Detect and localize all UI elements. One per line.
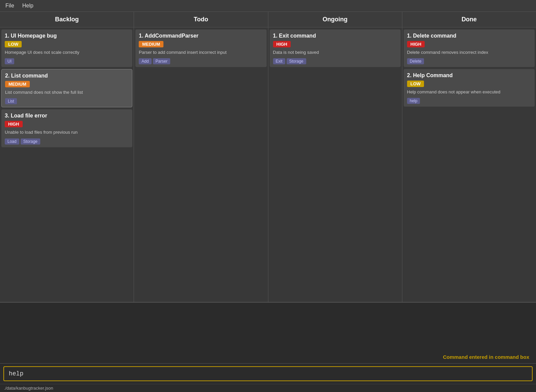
tag-list-backlog-3: LoadStorage: [5, 138, 129, 145]
priority-badge-backlog-2: MEDIUM: [5, 81, 30, 87]
column-backlog: Backlog1. UI Homepage bugLOWHomepage UI …: [0, 12, 134, 302]
tag: Storage: [287, 58, 306, 64]
tag-list-done-1: Delete: [407, 58, 531, 64]
priority-badge-ongoing-1: HIGH: [273, 41, 291, 47]
card-backlog-1[interactable]: 1. UI Homepage bugLOWHomepage UI does no…: [1, 29, 132, 67]
tag-list-backlog-1: UI: [5, 58, 129, 64]
tag: List: [5, 98, 17, 104]
output-area: Command entered in command box: [0, 303, 536, 363]
column-header-ongoing: Ongoing: [268, 12, 402, 27]
tag: UI: [5, 58, 14, 64]
column-header-backlog: Backlog: [0, 12, 134, 27]
column-ongoing: Ongoing1. Exit commandHIGHData is not be…: [268, 12, 402, 302]
command-input[interactable]: [3, 366, 533, 381]
menu-file[interactable]: File: [5, 3, 14, 9]
card-description-done-2: Help command does not appear when execut…: [407, 89, 531, 95]
priority-badge-done-2: LOW: [407, 81, 424, 87]
card-description-todo-1: Parser to add command insert incorrect i…: [139, 49, 263, 56]
priority-badge-done-1: HIGH: [407, 41, 425, 47]
board-area: Backlog1. UI Homepage bugLOWHomepage UI …: [0, 12, 536, 303]
card-ongoing-1[interactable]: 1. Exit commandHIGHData is not being sav…: [270, 29, 401, 67]
tag: Parser: [153, 58, 170, 64]
card-title-done-1: 1. Delete command: [407, 33, 531, 39]
command-hint: Command entered in command box: [443, 354, 529, 360]
tag: Delete: [407, 58, 424, 64]
card-title-backlog-2: 2. List command: [5, 73, 129, 79]
column-header-todo: Todo: [134, 12, 268, 27]
card-description-backlog-2: List command does not show the full list: [5, 89, 129, 95]
card-description-done-1: Delete command removes incorrect index: [407, 49, 531, 56]
tag: Load: [5, 138, 19, 145]
column-todo: Todo1. AddCommandParserMEDIUMParser to a…: [134, 12, 268, 302]
priority-badge-backlog-1: LOW: [5, 41, 22, 47]
card-backlog-2[interactable]: 2. List commandMEDIUMList command does n…: [1, 69, 132, 107]
column-body-ongoing[interactable]: 1. Exit commandHIGHData is not being sav…: [268, 27, 402, 302]
card-title-backlog-3: 3. Load file error: [5, 113, 129, 119]
status-bar: ./data/kanbugtracker.json: [0, 384, 536, 392]
menu-help[interactable]: Help: [22, 3, 34, 9]
card-todo-1[interactable]: 1. AddCommandParserMEDIUMParser to add c…: [135, 29, 266, 67]
tag: help: [407, 98, 420, 104]
column-body-done[interactable]: 1. Delete commandHIGHDelete command remo…: [402, 27, 536, 302]
tag-list-done-2: help: [407, 98, 531, 104]
card-done-1[interactable]: 1. Delete commandHIGHDelete command remo…: [404, 29, 535, 67]
tag: Add: [139, 58, 151, 64]
menu-bar: File Help: [0, 0, 536, 12]
card-title-todo-1: 1. AddCommandParser: [139, 33, 263, 39]
card-title-done-2: 2. Help Command: [407, 72, 531, 79]
column-header-done: Done: [402, 12, 536, 27]
tag-list-ongoing-1: ExitStorage: [273, 58, 397, 64]
column-body-todo[interactable]: 1. AddCommandParserMEDIUMParser to add c…: [134, 27, 268, 302]
card-title-ongoing-1: 1. Exit command: [273, 33, 397, 39]
priority-badge-backlog-3: HIGH: [5, 121, 23, 127]
tag: Storage: [21, 138, 40, 145]
bottom-panel: Command entered in command box: [0, 303, 536, 384]
card-done-2[interactable]: 2. Help CommandLOWHelp command does not …: [404, 69, 535, 107]
card-title-backlog-1: 1. UI Homepage bug: [5, 33, 129, 39]
column-body-backlog[interactable]: 1. UI Homepage bugLOWHomepage UI does no…: [0, 27, 134, 302]
card-description-backlog-1: Homepage UI does not scale correctly: [5, 49, 129, 56]
tag-list-todo-1: AddParser: [139, 58, 263, 64]
tag-list-backlog-2: List: [5, 98, 129, 104]
command-input-row: [0, 363, 536, 384]
card-backlog-3[interactable]: 3. Load file errorHIGHUnable to load fil…: [1, 109, 132, 147]
column-done: Done1. Delete commandHIGHDelete command …: [402, 12, 536, 302]
tag: Exit: [273, 58, 285, 64]
card-description-backlog-3: Unable to load files from previous run: [5, 129, 129, 135]
card-description-ongoing-1: Data is not being saved: [273, 49, 397, 56]
priority-badge-todo-1: MEDIUM: [139, 41, 163, 47]
